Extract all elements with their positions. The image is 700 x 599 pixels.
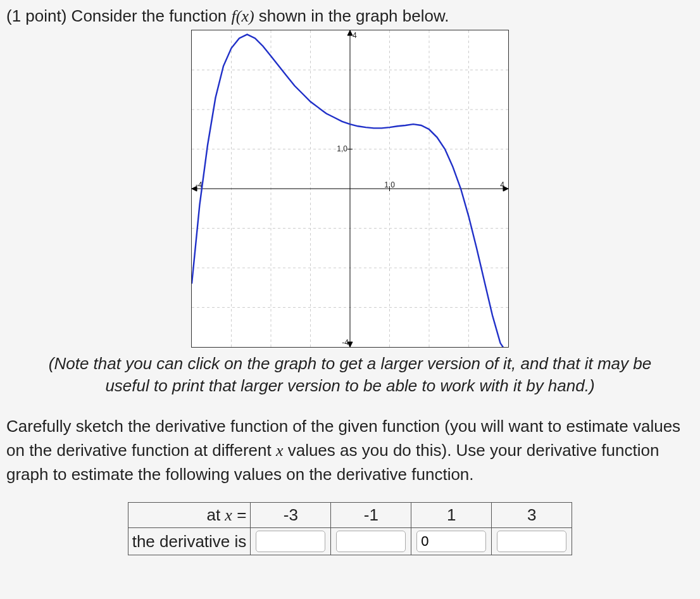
row1-post: =	[232, 505, 246, 524]
x-cell-2: 1	[411, 503, 492, 528]
row1-var: x	[225, 506, 232, 524]
prompt-fn: f(x)	[232, 7, 254, 25]
problem-page: (1 point) Consider the function f(x) sho…	[0, 0, 700, 599]
answer-input-1[interactable]	[336, 531, 406, 552]
row1-pre: at	[206, 505, 225, 524]
x-cell-0: -3	[251, 503, 331, 528]
table-row: the derivative is	[128, 528, 572, 555]
answer-input-3[interactable]	[497, 531, 566, 552]
answer-cell-2	[411, 528, 492, 555]
x-pos-label: 4	[500, 180, 504, 189]
x-cell-1: -1	[331, 503, 411, 528]
y-neg-label: -4	[342, 338, 349, 347]
y-tick-1: 1,0	[337, 144, 347, 153]
svg-marker-16	[347, 30, 353, 35]
prompt-suffix: shown in the graph below.	[254, 6, 449, 25]
instructions: Carefully sketch the derivative function…	[6, 415, 694, 486]
table-row: at x = -3 -1 1 3	[128, 503, 572, 528]
graph-container: -4 4 4 -4 1,0 1,0	[6, 30, 694, 348]
answer-cell-0	[251, 528, 331, 555]
x-tick-1: 1,0	[384, 180, 395, 189]
graph-note: (Note that you can click on the graph to…	[25, 353, 675, 397]
graph-svg: -4 4 4 -4 1,0 1,0	[192, 30, 508, 347]
answer-input-2[interactable]	[416, 531, 486, 552]
row1-label: at x =	[128, 503, 251, 528]
answer-cell-1	[331, 528, 411, 555]
instr-var: x	[276, 441, 284, 460]
row2-label: the derivative is	[128, 528, 251, 555]
y-pos-label: 4	[353, 31, 357, 40]
answer-cell-3	[492, 528, 572, 555]
problem-prompt: (1 point) Consider the function f(x) sho…	[6, 5, 694, 27]
answer-table: at x = -3 -1 1 3 the derivative is	[128, 502, 573, 555]
graph[interactable]: -4 4 4 -4 1,0 1,0	[191, 30, 509, 348]
prompt-prefix: (1 point) Consider the function	[6, 6, 232, 25]
answer-input-0[interactable]	[256, 531, 325, 552]
x-cell-3: 3	[492, 503, 572, 528]
